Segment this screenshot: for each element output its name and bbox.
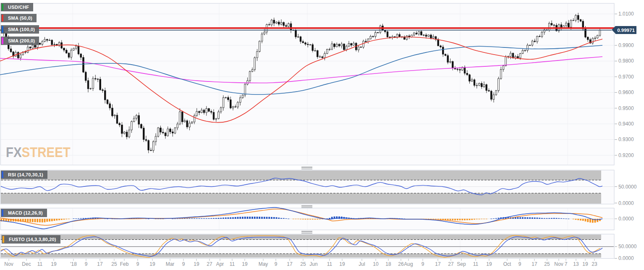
x-axis-label: 11 [327,261,332,267]
indicator-axis-label: 0.0000 [618,216,634,222]
x-axis-label: '18 [70,261,77,267]
overlay-badge-sma50[interactable]: SMA (50,0) [1,14,37,22]
indicator-axis-label: 0.0000 [618,255,634,261]
rsi-overbought-band [1,170,601,180]
x-axis-label: May [259,261,268,267]
instrument-accent-bar [2,4,3,10]
indicator-axis-label: 50.0000 [618,244,636,249]
x-axis-label: 25 [300,261,306,267]
x-axis-label: Mar [166,261,175,267]
x-axis-label: Sep [457,261,466,267]
x-axis-label: 27 [448,261,453,267]
indicator-badge-fusto[interactable]: FUSTO (14,3,3,80,20) [2,235,60,244]
panel-resize-handle[interactable] [301,204,312,208]
indicator-badge-macd[interactable]: MACD (12,26,9) [1,209,47,217]
x-axis-label: Oct [503,261,511,267]
y-axis-label: 0.9500 [618,105,634,111]
x-axis-label: Aug [404,261,413,267]
macd-accent-bar [2,210,3,216]
x-axis-label: 9 [182,261,185,267]
x-axis-label: Jun [309,261,317,267]
watermark-fx: FX [6,144,22,160]
y-axis-label: 0.9900 [618,42,634,48]
x-axis-label: 17 [287,261,292,267]
x-axis-label: Feb [120,261,129,267]
y-axis-label: 0.9700 [618,74,634,80]
x-axis-label: 10 [373,261,378,267]
x-axis-label: 19 [194,261,199,267]
indicator-axis-label: 50.0000 [618,184,636,190]
x-axis-label: 18 [385,261,391,267]
x-axis-label: Nov [4,261,13,267]
x-axis-label: 13 [573,261,579,267]
price-badge-arrow [612,26,615,34]
x-axis-label: 7 [565,261,568,267]
x-axis-label: 17 [531,261,537,267]
x-axis-label: 9 [275,261,277,267]
watermark-street: STREET [22,144,71,160]
rsi-label: RSI (14,70,30,1) [5,172,43,177]
sma200-label: SMA (200,0) [5,38,35,43]
panel-resize-handle[interactable] [301,230,312,233]
sma100-accent-bar [2,26,3,33]
rsi-accent-bar [2,171,3,178]
x-axis-label: Apr [216,261,224,267]
x-axis-label: 19 [339,261,345,267]
forex-chart-window: USD/CHF SMA (50,0) SMA (100,0) SMA (200,… [0,0,644,270]
sma50-accent-bar [2,15,3,21]
x-axis-label: Nov [554,261,563,267]
y-axis-label: 0.9400 [618,121,634,127]
x-axis-label: 9 [85,261,88,267]
x-axis-label: 19 [51,261,56,267]
y-axis-label: 0.9300 [618,136,634,142]
stoch-oversold-band [1,254,601,257]
y-axis-label: 0.9600 [618,89,634,95]
sma200-accent-bar [2,37,3,44]
x-axis-label: 19 [486,261,492,267]
rsi-oversold-band [1,193,601,204]
instrument-label: USD/CHF [5,5,29,10]
overlay-badge-sma100[interactable]: SMA (100,0) [1,25,39,34]
sma100-label: SMA (100,0) [5,27,35,32]
instrument-badge[interactable]: USD/CHF [1,3,33,11]
x-axis-label: Jul [359,261,365,267]
fusto-accent-bar [3,236,4,243]
x-axis-label: 27 [207,261,212,267]
x-axis-label: 19 [149,261,155,267]
indicator-badge-rsi[interactable]: RSI (14,70,30,1) [1,170,47,179]
x-axis-label: 11 [37,261,42,267]
x-axis-label: 17 [435,261,440,267]
panel-resize-handle[interactable] [301,166,312,169]
fusto-label: FUSTO (14,3,3,80,20) [5,237,56,242]
x-axis-label: 23 [592,261,597,267]
x-axis-label: 19 [582,261,588,267]
indicator-axis-label: 0.0000 [618,200,634,206]
macd-label: MACD (12,26,9) [5,210,43,215]
y-axis-label: 0.9800 [618,58,634,64]
y-axis-label: 1.0100 [618,11,634,17]
fxstreet-watermark: FXSTREET [6,144,71,161]
x-axis-label: 25 [544,261,550,267]
sma50-label: SMA (50,0) [5,16,32,21]
x-axis-label: 17 [97,261,102,267]
x-axis-label: 11 [230,261,235,267]
y-axis-label: 0.9200 [618,152,634,158]
x-axis-label: 9 [136,261,139,267]
chart-canvas[interactable] [0,0,644,270]
current-price-badge: 0.99971 [615,26,636,34]
x-axis-label: 11 [473,261,478,267]
x-axis-label: Dec [22,261,31,267]
x-axis-label: 9 [518,261,521,267]
x-axis-label: 26 [398,261,403,267]
x-axis-label: 9 [421,261,424,267]
overlay-badge-sma200[interactable]: SMA (200,0) [1,37,39,45]
x-axis-label: 19 [242,261,247,267]
x-axis-label: 25 [111,261,117,267]
